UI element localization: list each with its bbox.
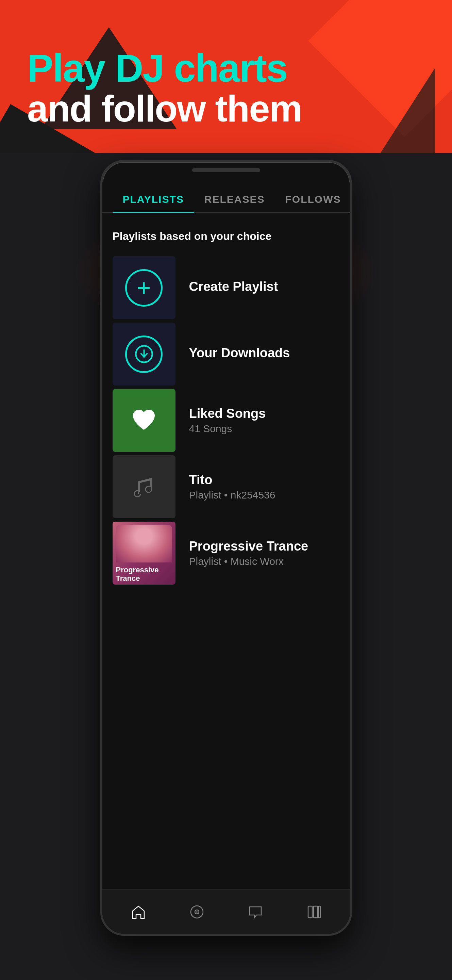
download-circle-icon [125,336,163,373]
prog-trance-thumbnail [113,522,176,585]
chat-icon [246,902,265,921]
prog-trance-sub: Playlist • Music Worx [189,556,340,567]
liked-songs-info: Liked Songs 41 Songs [189,406,340,434]
downloads-thumbnail [113,323,176,385]
phone-speaker [192,168,260,172]
tito-info: Tito Playlist • nk254536 [189,473,340,501]
tito-name: Tito [189,473,340,487]
nav-chat[interactable] [239,899,271,924]
list-item[interactable]: Create Playlist [113,256,340,319]
list-item[interactable]: Your Downloads [113,323,340,385]
tab-releases[interactable]: RELEASES [194,187,275,213]
list-item[interactable]: Liked Songs 41 Songs [113,389,340,452]
liked-songs-count: 41 Songs [189,423,340,434]
plus-circle-icon [125,269,163,307]
phone-mockup: PLAYLISTS RELEASES FOLLOWS D Playlists b… [100,160,352,936]
nav-vinyl[interactable] [181,899,213,924]
tabs-bar: PLAYLISTS RELEASES FOLLOWS D [102,182,350,213]
downloads-name: Your Downloads [189,346,340,360]
phone-screen: PLAYLISTS RELEASES FOLLOWS D Playlists b… [102,182,350,934]
svg-rect-6 [318,906,320,918]
nav-home[interactable] [122,899,154,924]
section-title: Playlists based on your choice [113,230,340,243]
down-arrow-svg [135,345,153,363]
main-content: Playlists based on your choice Create Pl… [102,213,350,585]
liked-songs-thumbnail [113,389,176,452]
heart-icon [130,408,157,433]
svg-rect-4 [308,906,312,918]
list-item[interactable]: Tito Playlist • nk254536 [113,455,340,518]
bottom-nav [102,889,350,934]
tab-playlists[interactable]: PLAYLISTS [113,187,194,213]
music-note-icon [128,472,159,502]
prog-trance-art [116,525,172,563]
headline-line2: and follow them [27,89,425,128]
nav-library[interactable] [298,899,330,924]
create-playlist-name: Create Playlist [189,279,340,294]
downloads-info: Your Downloads [189,346,340,363]
tito-thumbnail [113,455,176,518]
vinyl-icon [187,902,206,921]
tito-sub: Playlist • nk254536 [189,489,340,501]
library-icon [305,902,323,921]
prog-trance-name: Progressive Trance [189,539,340,554]
home-icon [129,902,147,921]
tab-follows[interactable]: FOLLOWS [275,187,350,213]
svg-rect-5 [314,906,318,918]
headline-section: Play DJ charts and follow them [27,48,425,128]
create-playlist-thumbnail [113,256,176,319]
create-playlist-info: Create Playlist [189,279,340,296]
liked-songs-name: Liked Songs [189,406,340,421]
list-item[interactable]: Progressive Trance Playlist • Music Worx [113,522,340,585]
svg-point-3 [196,911,198,913]
headline-line1: Play DJ charts [27,48,425,89]
prog-trance-info: Progressive Trance Playlist • Music Worx [189,539,340,567]
